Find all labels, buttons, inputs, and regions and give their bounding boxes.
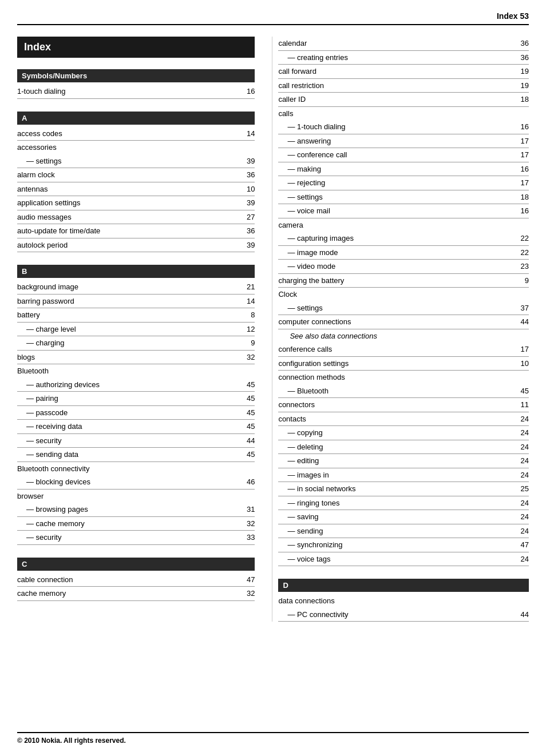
header-text: Index 53 — [497, 11, 529, 21]
list-item: — settings 37 — [278, 301, 529, 316]
entry-text: audio messages — [17, 212, 238, 223]
entry-text: — images in — [278, 469, 512, 481]
entry-page: 45 — [238, 449, 255, 460]
section-b: B — [17, 265, 255, 278]
list-item: blogs 32 — [17, 351, 255, 365]
entry-page: 46 — [238, 476, 255, 488]
list-item: — settings 39 — [17, 154, 255, 169]
entry-page: 17 — [512, 136, 529, 147]
entry-page: 47 — [512, 539, 529, 551]
entry-page: 21 — [238, 281, 255, 293]
list-item: — capturing images 22 — [278, 232, 529, 246]
entry-page: 24 — [512, 441, 529, 453]
entry-page: 17 — [512, 149, 529, 161]
content-area: Index Symbols/Numbers 1-touch dialing 16… — [17, 37, 529, 622]
list-item: — voice mail 16 — [278, 204, 529, 218]
entry-text: — in social networks — [278, 483, 512, 495]
list-item: — settings 18 — [278, 190, 529, 205]
list-item: data connections — [278, 594, 529, 608]
entry-text: camera — [278, 220, 512, 231]
entry-page: 24 — [512, 469, 529, 481]
list-item: antennas 10 — [17, 182, 255, 197]
entry-page: 24 — [512, 413, 529, 425]
entry-page: 33 — [238, 532, 255, 543]
entry-text: — voice mail — [278, 205, 512, 217]
entry-page: 16 — [512, 121, 529, 133]
entry-text: — voice tags — [278, 554, 512, 565]
entry-page: 45 — [238, 379, 255, 391]
list-item: — image mode 22 — [278, 246, 529, 260]
entry-page: 47 — [238, 574, 255, 586]
entry-page: 22 — [512, 247, 529, 258]
list-item: — security 33 — [17, 531, 255, 545]
list-item: — authorizing devices 45 — [17, 378, 255, 392]
list-item: contacts 24 — [278, 412, 529, 427]
entry-text: cable connection — [17, 574, 238, 586]
entry-text: autolock period — [17, 240, 238, 251]
entry-page: 39 — [238, 156, 255, 167]
entry-text: — capturing images — [278, 233, 512, 244]
entry-text: — security — [17, 435, 238, 447]
entry-page: 18 — [512, 94, 529, 105]
entry-text: See also data connections — [278, 331, 512, 342]
list-item: — rejecting 17 — [278, 176, 529, 190]
entry-text: — sending data — [17, 449, 238, 460]
entry-page: 10 — [238, 184, 255, 195]
list-item: Bluetooth — [17, 364, 255, 378]
list-item: — video mode 23 — [278, 260, 529, 274]
entry-page: 45 — [512, 385, 529, 397]
entry-page: 24 — [512, 427, 529, 439]
entry-page: 45 — [238, 407, 255, 419]
list-item: — receiving data 45 — [17, 420, 255, 434]
entry-page: 44 — [512, 316, 529, 328]
list-item: — synchronizing 47 — [278, 538, 529, 552]
entry-text: call restriction — [278, 80, 512, 91]
entry-text: — cache memory — [17, 518, 238, 530]
list-item: 1-touch dialing 16 — [17, 85, 255, 99]
list-item: application settings 39 — [17, 196, 255, 210]
list-item: — PC connectivity 44 — [278, 608, 529, 622]
entry-text: conference calls — [278, 344, 512, 355]
entry-page: 8 — [238, 309, 255, 321]
entry-text: — saving — [278, 511, 512, 523]
entry-page: 44 — [512, 609, 529, 620]
entry-page: 19 — [512, 80, 529, 91]
list-item: audio messages 27 — [17, 210, 255, 225]
entry-page: 24 — [512, 455, 529, 467]
entry-text: — authorizing devices — [17, 379, 238, 391]
list-item: — editing 24 — [278, 454, 529, 468]
entry-text: — charge level — [17, 324, 238, 335]
list-item: calendar 36 — [278, 37, 529, 51]
entry-page: 12 — [238, 324, 255, 335]
entry-text: — ringing tones — [278, 498, 512, 509]
entry-text: application settings — [17, 197, 238, 209]
list-item: — sending 24 — [278, 524, 529, 539]
entry-text: — 1-touch dialing — [278, 121, 512, 133]
entry-text: barring password — [17, 296, 238, 307]
entry-page: 39 — [238, 240, 255, 251]
list-item: call forward 19 — [278, 65, 529, 79]
list-item: cache memory 32 — [17, 587, 255, 601]
entry-text: — synchronizing — [278, 539, 512, 551]
entry-page: 16 — [512, 205, 529, 217]
entry-text: computer connections — [278, 316, 512, 328]
entry-page: 24 — [512, 511, 529, 523]
entry-page: 36 — [512, 38, 529, 49]
list-item: — browsing pages 31 — [17, 503, 255, 517]
entry-page: 17 — [512, 344, 529, 355]
entry-text: charging the battery — [278, 275, 512, 287]
list-item: calls — [278, 107, 529, 121]
list-item: charging the battery 9 — [278, 274, 529, 288]
entry-page: 24 — [512, 554, 529, 565]
entry-text: — sending — [278, 526, 512, 537]
entry-text: connection methods — [278, 372, 512, 383]
entry-text: — making — [278, 164, 512, 175]
entry-text: antennas — [17, 184, 238, 195]
entry-text: — answering — [278, 136, 512, 147]
list-item: — conference call 17 — [278, 148, 529, 162]
entry-page: 17 — [512, 177, 529, 189]
entry-text: configuration settings — [278, 358, 512, 369]
entry-text: Bluetooth connectivity — [17, 463, 238, 475]
entry-page: 16 — [512, 164, 529, 175]
list-item: — pairing 45 — [17, 392, 255, 406]
